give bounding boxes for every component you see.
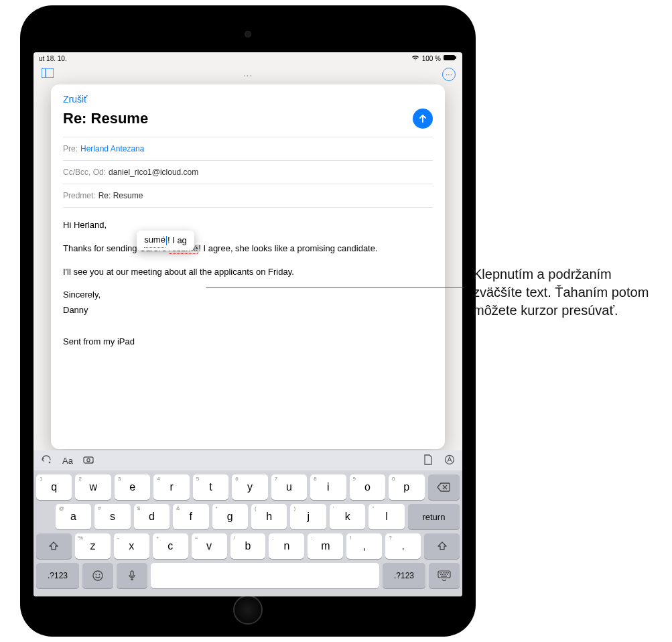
- key-,[interactable]: !,: [346, 533, 382, 559]
- cc-label: Cc/Bcc, Od:: [63, 168, 106, 177]
- key-f[interactable]: &f: [173, 504, 208, 529]
- svg-rect-24: [447, 574, 448, 576]
- subject-label: Predmet:: [63, 191, 96, 200]
- ipad-device-frame: ut 18. 10. 100 % ··· ··· Zrušiť: [20, 5, 476, 637]
- callout-text: Klepnutím a podržaním zväčšíte text. Ťah…: [473, 265, 661, 320]
- key-.[interactable]: ?.: [385, 533, 421, 559]
- svg-rect-18: [446, 572, 448, 574]
- key-c[interactable]: +c: [153, 533, 188, 559]
- status-time: ut 18. 10.: [39, 55, 67, 62]
- key-d[interactable]: $d: [134, 504, 170, 529]
- key-t[interactable]: 5t: [193, 474, 228, 500]
- format-aa-button[interactable]: Aa: [60, 456, 75, 466]
- key-p[interactable]: 0p: [389, 474, 424, 500]
- body-greeting: Hi Herland,: [63, 218, 433, 233]
- keyboard-row-3: %z-x+c=v/b;n:m!,?.: [36, 533, 460, 559]
- subject-title: Re: Resume: [63, 110, 148, 127]
- key-r[interactable]: 4r: [153, 474, 189, 500]
- wifi-icon: [411, 54, 419, 62]
- hide-keyboard-key[interactable]: [429, 563, 460, 588]
- key-w[interactable]: 2w: [75, 474, 111, 500]
- key-g[interactable]: *g: [212, 504, 248, 529]
- numbers-key[interactable]: .?123: [36, 563, 79, 588]
- magnifier-text-right: ! I ag: [167, 234, 187, 248]
- svg-rect-2: [42, 68, 54, 78]
- svg-rect-20: [440, 574, 442, 576]
- svg-rect-16: [443, 572, 444, 574]
- key-h[interactable]: (h: [251, 504, 287, 529]
- spacebar-key[interactable]: [151, 563, 379, 588]
- sidebar-toggle-icon[interactable]: [40, 68, 55, 80]
- home-button[interactable]: [233, 595, 263, 625]
- key-b[interactable]: /b: [230, 533, 266, 559]
- send-button[interactable]: [413, 109, 433, 129]
- key-z[interactable]: %z: [75, 533, 111, 559]
- svg-point-10: [96, 574, 97, 576]
- to-field[interactable]: Pre: Herland Antezana: [63, 137, 433, 160]
- key-u[interactable]: 7u: [271, 474, 307, 500]
- key-j[interactable]: )j: [290, 504, 326, 529]
- text-magnifier: sumé! I ag: [137, 231, 194, 251]
- key-s[interactable]: #s: [94, 504, 130, 529]
- body-signoff1: Sincerely,: [63, 288, 433, 302]
- undo-icon[interactable]: [39, 455, 54, 466]
- keyboard: Aa 1q2w3e4r5t6y7u8i9o0p @a#s$d&f*g(h): [33, 450, 462, 596]
- svg-rect-23: [446, 574, 447, 576]
- key-o[interactable]: 9o: [350, 474, 385, 500]
- key-i[interactable]: 8i: [310, 474, 346, 500]
- svg-rect-1: [455, 56, 456, 59]
- key-x[interactable]: -x: [114, 533, 149, 559]
- body-footer: Sent from my iPad: [63, 335, 433, 349]
- more-button[interactable]: ···: [442, 68, 456, 81]
- keyboard-toolbar: Aa: [33, 450, 462, 470]
- svg-rect-19: [448, 572, 450, 574]
- svg-point-4: [49, 461, 51, 463]
- svg-rect-17: [445, 572, 446, 574]
- body-line1: Thanks for sending Carol's résumé! I agr…: [63, 242, 433, 256]
- backspace-key[interactable]: [428, 474, 460, 500]
- svg-point-6: [87, 458, 90, 461]
- subject-value: Re: Resume: [98, 191, 143, 200]
- to-label: Pre:: [63, 144, 78, 153]
- key-q[interactable]: 1q: [36, 474, 72, 500]
- document-scan-icon[interactable]: [421, 454, 435, 467]
- svg-rect-0: [444, 55, 455, 60]
- key-e[interactable]: 3e: [115, 474, 150, 500]
- compose-sheet: Zrušiť Re: Resume Pre: Herland Antezana …: [51, 84, 445, 449]
- key-l[interactable]: "l: [368, 504, 404, 529]
- markup-icon[interactable]: [442, 454, 457, 467]
- subject-field[interactable]: Predmet: Re: Resume: [63, 184, 433, 208]
- emoji-key[interactable]: [82, 563, 113, 588]
- key-m[interactable]: :m: [308, 533, 343, 559]
- cancel-button[interactable]: Zrušiť: [63, 94, 433, 105]
- screen: ut 18. 10. 100 % ··· ··· Zrušiť: [33, 52, 462, 596]
- key-y[interactable]: 6y: [232, 474, 267, 500]
- svg-point-7: [92, 461, 94, 463]
- key-k[interactable]: 'k: [330, 504, 365, 529]
- keyboard-row-bottom: .?123 .?123: [36, 563, 460, 588]
- svg-point-11: [99, 574, 100, 576]
- cc-value: daniel_rico1@icloud.com: [109, 168, 198, 177]
- key-v[interactable]: =v: [192, 533, 227, 559]
- key-a[interactable]: @a: [56, 504, 91, 529]
- camera-scan-icon[interactable]: [82, 455, 96, 466]
- drag-handle-icon: ···: [243, 70, 253, 80]
- shift-key-left[interactable]: [36, 533, 72, 559]
- to-value: Herland Antezana: [80, 144, 144, 153]
- shift-key-right[interactable]: [424, 533, 460, 559]
- svg-rect-25: [441, 576, 447, 577]
- dictation-key[interactable]: [117, 563, 147, 588]
- body-line2: I'll see you at our meeting about all th…: [63, 265, 433, 279]
- body-signoff2: Danny: [63, 304, 433, 318]
- battery-percent: 100 %: [422, 55, 441, 62]
- svg-rect-22: [444, 574, 445, 576]
- callout-leader-line: [206, 287, 464, 287]
- numbers-key-right[interactable]: .?123: [383, 563, 425, 588]
- camera-icon: [245, 31, 251, 38]
- svg-rect-15: [442, 572, 443, 574]
- email-body[interactable]: sumé! I ag Hi Herland, Thanks for sendin…: [51, 208, 445, 369]
- battery-icon: [444, 54, 457, 62]
- key-n[interactable]: ;n: [269, 533, 304, 559]
- return-key[interactable]: return: [408, 504, 460, 529]
- cc-field[interactable]: Cc/Bcc, Od: daniel_rico1@icloud.com: [63, 160, 433, 184]
